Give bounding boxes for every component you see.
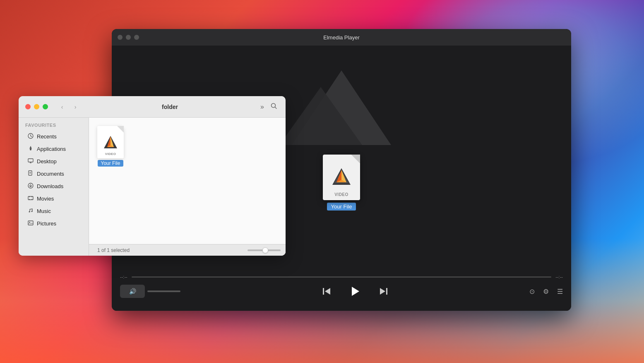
svg-line-13 — [275, 107, 277, 109]
player-maximize-button[interactable] — [134, 35, 139, 40]
player-minimize-button[interactable] — [126, 35, 131, 40]
finder-content: VIDEO Your File — [89, 118, 286, 244]
svg-marker-11 — [380, 288, 385, 295]
music-icon — [28, 208, 34, 215]
svg-rect-28 — [29, 196, 30, 197]
sidebar-item-recents[interactable]: Recents — [21, 131, 86, 143]
rocket-icon — [28, 145, 34, 151]
film-icon — [28, 195, 34, 201]
image-icon — [28, 220, 34, 226]
applications-icon — [28, 145, 34, 152]
sidebar-section-label: Favourites — [19, 123, 89, 130]
player-file-doc: VIDEO — [323, 155, 360, 200]
airplay-button[interactable]: ⊙ — [529, 288, 535, 295]
volume-slider[interactable] — [147, 290, 180, 292]
finder-main: VIDEO Your File 1 of 1 selected — [89, 118, 286, 256]
sidebar-item-documents[interactable]: Documents — [21, 168, 86, 180]
finder-search-button[interactable] — [269, 101, 279, 113]
downloads-icon — [28, 183, 34, 190]
playback-controls — [319, 283, 391, 300]
svg-point-18 — [30, 148, 31, 150]
pictures-icon — [28, 220, 34, 227]
volume-icon: 🔊 — [129, 288, 136, 295]
finder-minimize-button[interactable] — [34, 104, 39, 109]
svg-line-16 — [31, 136, 32, 137]
finder-close-button[interactable] — [25, 104, 31, 109]
right-controls: ⊙ ⚙ ☰ — [529, 288, 563, 295]
svg-rect-34 — [28, 221, 33, 225]
file-name-badge: Your File — [98, 160, 124, 167]
volume-group: 🔊 — [120, 285, 180, 298]
finder-toolbar-right: » — [259, 101, 279, 113]
clock-icon — [28, 133, 34, 139]
desktop-icon — [28, 158, 34, 165]
finder-nav-buttons: ‹ › — [56, 101, 81, 113]
note-icon — [28, 208, 34, 213]
recents-label: Recents — [37, 133, 57, 140]
prev-icon — [322, 287, 331, 296]
recents-icon — [28, 133, 34, 140]
player-file-type-label: VIDEO — [334, 192, 348, 197]
play-button[interactable] — [346, 283, 364, 300]
progress-bar-area: --:-- --:-- — [120, 269, 563, 283]
player-file-name-badge: Your File — [327, 203, 356, 211]
finder-traffic-lights — [25, 104, 48, 109]
player-titlebar: Elmedia Player — [112, 29, 571, 46]
finder-more-button[interactable]: » — [259, 102, 266, 112]
svg-marker-8 — [325, 288, 330, 295]
elmedia-logo-small — [103, 135, 118, 150]
finder-body: Favourites Recents — [19, 118, 286, 256]
svg-point-32 — [29, 211, 30, 213]
zoom-slider[interactable] — [248, 249, 281, 251]
volume-button[interactable]: 🔊 — [120, 285, 145, 298]
settings-button[interactable]: ⚙ — [543, 288, 549, 295]
player-controls: --:-- --:-- 🔊 — [112, 269, 571, 311]
movies-label: Movies — [37, 196, 54, 202]
previous-button[interactable] — [319, 284, 334, 299]
sidebar-item-desktop[interactable]: Desktop — [21, 155, 86, 167]
svg-point-33 — [31, 211, 33, 212]
search-icon — [271, 103, 277, 109]
next-icon — [379, 287, 388, 296]
next-button[interactable] — [376, 284, 391, 299]
sidebar-item-movies[interactable]: Movies — [21, 193, 86, 205]
svg-rect-27 — [28, 196, 33, 200]
sidebar-item-downloads[interactable]: Downloads — [21, 180, 86, 192]
svg-rect-31 — [32, 199, 33, 200]
documents-icon — [28, 170, 34, 177]
time-end-label: --:-- — [555, 274, 563, 279]
elmedia-logo-large — [331, 167, 352, 188]
player-close-button[interactable] — [118, 35, 123, 40]
finder-maximize-button[interactable] — [43, 104, 48, 109]
finder-forward-button[interactable]: › — [70, 101, 81, 113]
player-title: Elmedia Player — [323, 34, 359, 41]
documents-label: Documents — [37, 171, 64, 177]
music-label: Music — [37, 208, 51, 214]
sidebar-item-music[interactable]: Music — [21, 205, 86, 217]
zoom-thumb — [262, 247, 268, 253]
downloads-label: Downloads — [37, 183, 63, 189]
pictures-label: Pictures — [37, 220, 56, 227]
doc-icon — [28, 170, 34, 176]
file-item[interactable]: VIDEO Your File — [97, 126, 124, 167]
finder-titlebar: ‹ › folder » — [19, 96, 286, 118]
svg-rect-10 — [386, 288, 387, 295]
movies-icon — [28, 195, 34, 202]
selection-status: 1 of 1 selected — [97, 247, 130, 253]
sidebar-item-pictures[interactable]: Pictures — [21, 218, 86, 230]
player-traffic-lights — [118, 35, 139, 40]
finder-sidebar: Favourites Recents — [19, 118, 89, 256]
progress-track[interactable] — [132, 276, 552, 278]
monitor-icon — [28, 158, 34, 164]
play-icon — [349, 286, 361, 297]
file-doc-icon: VIDEO — [97, 126, 124, 158]
player-file-item: VIDEO Your File — [323, 155, 360, 211]
finder-back-button[interactable]: ‹ — [56, 101, 68, 113]
svg-rect-7 — [323, 288, 324, 295]
playlist-button[interactable]: ☰ — [557, 288, 563, 295]
sidebar-item-applications[interactable]: Applications — [21, 143, 86, 155]
svg-rect-29 — [32, 196, 33, 197]
file-type-label: VIDEO — [105, 152, 116, 156]
controls-row: 🔊 — [120, 283, 563, 304]
finder-statusbar: 1 of 1 selected — [89, 244, 286, 256]
